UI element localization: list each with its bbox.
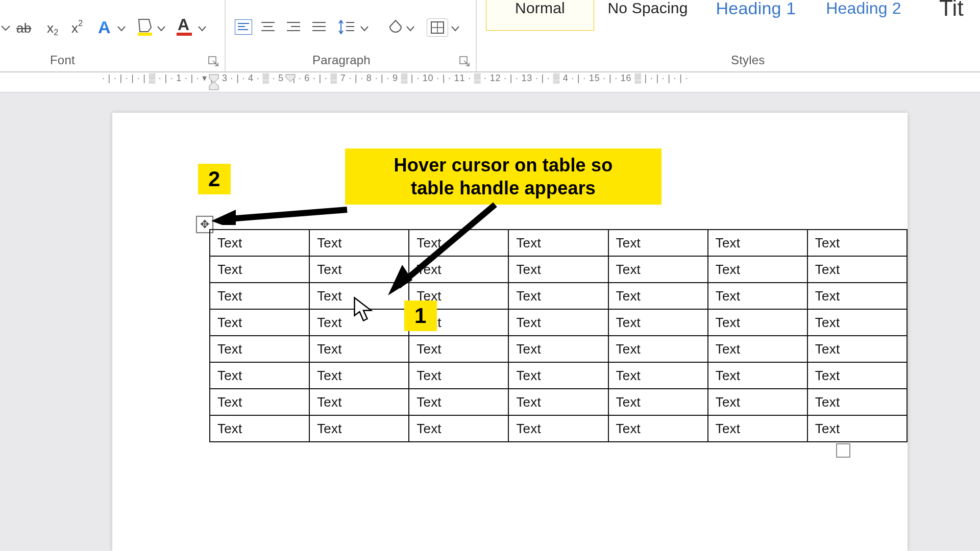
table-cell[interactable]: Text bbox=[409, 336, 508, 362]
align-justify-button[interactable] bbox=[311, 20, 327, 34]
style-normal-label: Normal bbox=[515, 0, 565, 17]
table-cell[interactable]: Text bbox=[508, 389, 608, 415]
font-color-dropdown-icon[interactable] bbox=[198, 24, 206, 33]
table-cell[interactable]: Text bbox=[708, 230, 807, 256]
table-cell[interactable]: Text bbox=[708, 389, 807, 415]
font-dialog-launcher[interactable] bbox=[208, 56, 219, 67]
table-cell[interactable]: Text bbox=[807, 256, 907, 283]
table-cell[interactable]: Text bbox=[210, 309, 309, 336]
table-row[interactable]: TextTextTextTextTextTextText bbox=[210, 336, 907, 362]
table-cell[interactable]: Text bbox=[807, 230, 907, 256]
table-cell[interactable]: Text bbox=[309, 389, 409, 415]
table-cell[interactable]: Text bbox=[508, 415, 608, 442]
borders-button[interactable] bbox=[427, 18, 448, 37]
table-row[interactable]: TextTextTextTextTextTextText bbox=[210, 230, 907, 256]
group-label-font: Font bbox=[50, 53, 75, 67]
arrow-to-cursor bbox=[373, 199, 505, 302]
table-cell[interactable]: Text bbox=[508, 309, 608, 336]
style-no-spacing-label: No Spacing bbox=[607, 0, 688, 17]
table-cell[interactable]: Text bbox=[708, 362, 807, 389]
document-table[interactable]: TextTextTextTextTextTextTextTextTextText… bbox=[209, 229, 908, 442]
table-cell[interactable]: Text bbox=[210, 362, 309, 389]
style-heading-1[interactable]: Heading 1 bbox=[704, 0, 807, 31]
table-cell[interactable]: Text bbox=[210, 256, 309, 283]
highlight-button[interactable] bbox=[137, 17, 154, 37]
table-cell[interactable]: Text bbox=[210, 230, 309, 256]
align-right-button[interactable] bbox=[286, 20, 301, 34]
text-effects-A: A bbox=[98, 17, 111, 37]
table-resize-handle[interactable] bbox=[836, 443, 850, 458]
text-effects-dropdown-icon[interactable] bbox=[117, 24, 126, 33]
style-title[interactable]: Tit bbox=[923, 0, 980, 31]
table-row[interactable]: TextTextTextTextTextTextText bbox=[210, 415, 907, 442]
table-cell[interactable]: Text bbox=[708, 309, 807, 336]
table-cell[interactable]: Text bbox=[210, 336, 309, 362]
table-cell[interactable]: Text bbox=[708, 283, 807, 309]
table-cell[interactable]: Text bbox=[608, 389, 708, 415]
horizontal-ruler[interactable]: · | · | · | · | ▒ · | · 1 · | · ▾ | · 3 … bbox=[0, 72, 980, 92]
table-cell[interactable]: Text bbox=[309, 362, 409, 389]
cursor-pointer-icon bbox=[353, 296, 374, 322]
group-label-paragraph: Paragraph bbox=[312, 53, 371, 67]
highlight-dropdown-icon[interactable] bbox=[157, 24, 165, 33]
table-cell[interactable]: Text bbox=[409, 389, 508, 415]
table-cell[interactable]: Text bbox=[807, 415, 907, 442]
shading-dropdown-icon[interactable] bbox=[406, 24, 414, 33]
indent-marker-left[interactable] bbox=[208, 73, 219, 91]
align-center-button[interactable] bbox=[260, 20, 276, 34]
table-cell[interactable]: Text bbox=[508, 256, 608, 283]
table-row[interactable]: TextTextTextTextTextTextText bbox=[210, 362, 907, 389]
table-row[interactable]: TextTextTextTextTextTextText bbox=[210, 309, 907, 336]
table-cell[interactable]: Text bbox=[608, 283, 708, 309]
table-cell[interactable]: Text bbox=[309, 336, 409, 362]
table-cell[interactable]: Text bbox=[807, 309, 907, 336]
text-effects-button[interactable]: A bbox=[98, 17, 111, 37]
group-label-styles: Styles bbox=[731, 53, 765, 67]
table-row[interactable]: TextTextTextTextTextTextText bbox=[210, 389, 907, 415]
table-cell[interactable]: Text bbox=[807, 362, 907, 389]
table-cell[interactable]: Text bbox=[708, 336, 807, 362]
table-cell[interactable]: Text bbox=[508, 230, 608, 256]
table-cell[interactable]: Text bbox=[210, 415, 309, 442]
table-row[interactable]: TextTextTextTextTextTextText bbox=[210, 283, 907, 309]
strikethrough-button[interactable]: ab bbox=[16, 20, 31, 36]
svg-marker-23 bbox=[209, 82, 218, 90]
indent-marker-first-line[interactable] bbox=[285, 73, 296, 83]
ruler-scale: · | · | · | · | ▒ · | · 1 · | · ▾ | · 3 … bbox=[102, 72, 980, 92]
dropdown-chevron-icon[interactable] bbox=[1, 23, 10, 33]
table-cell[interactable]: Text bbox=[608, 362, 708, 389]
paragraph-dialog-launcher[interactable] bbox=[459, 56, 471, 67]
superscript-x: x bbox=[71, 20, 78, 36]
table-cell[interactable]: Text bbox=[210, 283, 309, 309]
table-row[interactable]: TextTextTextTextTextTextText bbox=[210, 256, 907, 283]
table-cell[interactable]: Text bbox=[608, 415, 708, 442]
table-cell[interactable]: Text bbox=[807, 336, 907, 362]
table-cell[interactable]: Text bbox=[409, 415, 508, 442]
style-no-spacing[interactable]: No Spacing bbox=[596, 0, 699, 31]
table-cell[interactable]: Text bbox=[210, 389, 309, 415]
style-normal[interactable]: Normal bbox=[486, 0, 594, 31]
table-cell[interactable]: Text bbox=[409, 362, 508, 389]
subscript-button[interactable]: x 2 bbox=[47, 20, 58, 36]
table-cell[interactable]: Text bbox=[508, 362, 608, 389]
table-cell[interactable]: Text bbox=[708, 415, 807, 442]
table-cell[interactable]: Text bbox=[608, 309, 708, 336]
table-cell[interactable]: Text bbox=[508, 336, 608, 362]
line-spacing-button[interactable] bbox=[338, 19, 358, 35]
borders-dropdown-icon[interactable] bbox=[451, 24, 459, 33]
table-cell[interactable]: Text bbox=[608, 230, 708, 256]
document-page[interactable]: ✥ TextTextTextTextTextTextTextTextTextTe… bbox=[112, 113, 908, 551]
table-cell[interactable]: Text bbox=[708, 256, 807, 283]
table-cell[interactable]: Text bbox=[608, 256, 708, 283]
table-cell[interactable]: Text bbox=[807, 283, 907, 309]
table-cell[interactable]: Text bbox=[309, 415, 409, 442]
table-cell[interactable]: Text bbox=[608, 336, 708, 362]
style-heading-2[interactable]: Heading 2 bbox=[815, 0, 913, 31]
table-cell[interactable]: Text bbox=[508, 283, 608, 309]
line-spacing-dropdown-icon[interactable] bbox=[360, 24, 369, 33]
shading-button[interactable] bbox=[388, 19, 403, 35]
font-color-button[interactable]: A bbox=[178, 15, 189, 34]
superscript-button[interactable]: x 2 bbox=[71, 20, 83, 36]
table-cell[interactable]: Text bbox=[807, 389, 907, 415]
align-left-button[interactable] bbox=[235, 19, 252, 35]
